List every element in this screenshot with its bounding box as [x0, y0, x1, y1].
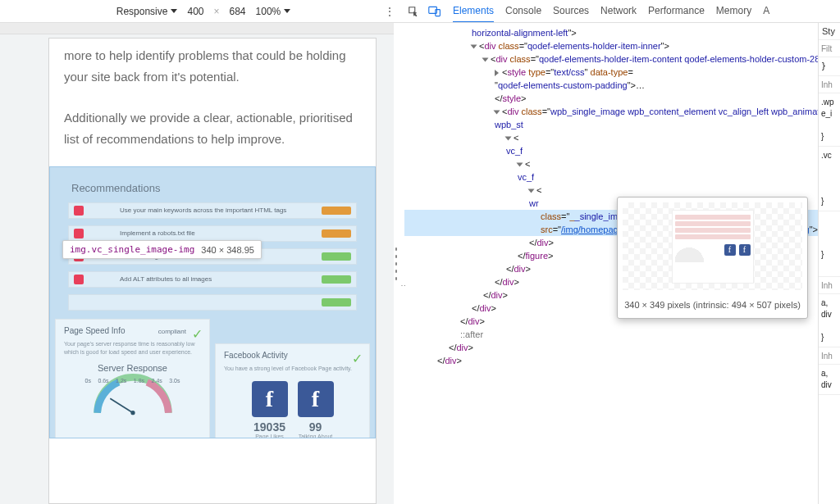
image-thumbnail: ff	[672, 210, 754, 284]
tab-network[interactable]: Network	[600, 0, 637, 22]
toggle-device-toolbar-icon[interactable]	[427, 3, 443, 20]
svg-rect-1	[436, 9, 441, 16]
inspect-element-icon[interactable]	[405, 3, 422, 20]
viewport-dim-separator: ×	[213, 6, 219, 17]
styles-inherited-label: Inh	[821, 80, 833, 89]
tab-sources[interactable]: Sources	[553, 0, 589, 22]
facebook-talking-count: 99	[298, 420, 334, 434]
recommendation-row: Add ALT attributes to all images	[68, 271, 357, 288]
device-toolbar: Responsive 400 × 684 100% ⋮ Elements Con…	[0, 0, 840, 23]
tab-memory[interactable]: Memory	[716, 0, 751, 22]
svg-point-3	[130, 411, 135, 415]
compliant-label: compliant	[158, 328, 186, 335]
page-body-text: more to help identify problems that coul…	[49, 39, 376, 150]
elements-panel[interactable]: ⋯ horizontal-alignment-left"> <div class…	[401, 23, 818, 504]
ruler-horizontal	[0, 23, 394, 34]
styles-panel[interactable]: Sty Filt } Inh .wpe_i} .vc} } Inh a,div}…	[818, 23, 840, 504]
zoom-label: 100%	[256, 6, 281, 17]
recommendation-row: Use your main keywords across the import…	[68, 202, 357, 219]
page-paragraph: more to help identify problems that coul…	[64, 45, 361, 88]
pane-resize-handle[interactable]	[394, 23, 401, 504]
caret-down-icon	[284, 9, 290, 13]
gauge-chart: 0s0.6s1.2s1.8s2.4s3.0s 0.08s	[84, 378, 182, 427]
device-toolbar-kebab-icon[interactable]: ⋮	[384, 5, 395, 18]
gauge-title: Server Response	[64, 363, 201, 373]
highlighted-image-overlay: Recommendations Use your main keywords a…	[49, 166, 376, 438]
facebook-talking-label: Talking About	[298, 434, 334, 438]
tab-styles[interactable]: Sty	[819, 23, 840, 40]
tab-performance[interactable]: Performance	[648, 0, 705, 22]
emulated-viewport[interactable]: more to help identify problems that coul…	[48, 38, 377, 504]
facebook-likes-label: Page Likes	[252, 434, 288, 438]
device-mode-select[interactable]: Responsive	[116, 6, 178, 17]
card-desc: You have a strong level of Facebook Page…	[224, 365, 361, 373]
svg-line-2	[110, 398, 133, 412]
viewport-height-input[interactable]: 684	[230, 6, 246, 17]
recommendation-row: Implement a robots.txt file	[68, 225, 357, 242]
recommendations-heading: Recommendations	[50, 167, 375, 202]
facebook-icon: f	[252, 381, 288, 417]
devtools-tabs: Elements Console Sources Network Perform…	[453, 0, 769, 22]
styles-inherited-label: Inh	[821, 281, 833, 290]
check-icon: ✓	[352, 351, 363, 366]
page-paragraph: Additionally we provide a clear, actiona…	[64, 107, 361, 150]
check-icon: ✓	[192, 326, 203, 342]
card-desc: Your page's server response time is reas…	[64, 340, 201, 356]
tab-console[interactable]: Console	[505, 0, 541, 22]
styles-rule: }	[819, 57, 840, 76]
card-title: Facebook Activity	[224, 351, 361, 360]
styles-filter-input[interactable]: Filt	[821, 44, 832, 53]
popover-caption: 340 × 349 pixels (intrinsic: 494 × 507 p…	[618, 295, 807, 318]
tooltip-dimensions: 340 × 348.95	[201, 245, 254, 255]
devtools-pane: ⋯ horizontal-alignment-left"> <div class…	[401, 23, 840, 504]
caret-down-icon	[171, 9, 177, 13]
facebook-card: ✓ Facebook Activity You have a strong le…	[215, 343, 370, 438]
recommendation-row	[68, 294, 357, 311]
facebook-likes-count: 19035	[252, 420, 288, 434]
facebook-icon: f	[298, 381, 334, 417]
styles-inherited-label: Inh	[821, 352, 833, 361]
device-mode-label: Responsive	[116, 6, 168, 17]
facebook-talking: f 99 Talking About	[298, 381, 334, 438]
device-viewport-pane: more to help identify problems that coul…	[0, 23, 394, 504]
image-preview-popover: ff 340 × 349 pixels (intrinsic: 494 × 50…	[617, 197, 808, 319]
tab-application[interactable]: A	[763, 0, 769, 22]
tab-elements[interactable]: Elements	[453, 0, 494, 22]
element-highlight-tooltip: img.vc_single_image-img 340 × 348.95	[62, 240, 262, 259]
facebook-likes: f 19035 Page Likes	[252, 381, 288, 438]
tooltip-selector: img.vc_single_image-img	[70, 244, 194, 255]
viewport-width-input[interactable]: 400	[187, 6, 203, 17]
pagespeed-card: Page Speed Info Your page's server respo…	[55, 319, 210, 438]
zoom-select[interactable]: 100%	[256, 6, 291, 17]
